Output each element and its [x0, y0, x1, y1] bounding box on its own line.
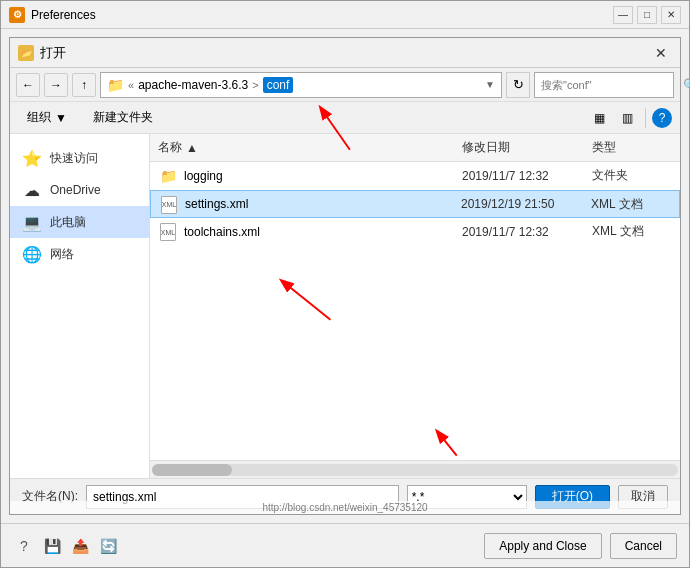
file-row-toolchains-xml[interactable]: XML toolchains.xml 2019/11/7 12:32 XML 文… — [150, 218, 680, 246]
content-area: ⭐ 快速访问 ☁ OneDrive 💻 此电脑 🌐 网络 — [10, 134, 680, 478]
network-icon: 🌐 — [22, 245, 42, 264]
path-part1: apache-maven-3.6.3 — [138, 78, 248, 92]
col-header-type: 类型 — [592, 139, 672, 156]
forward-button[interactable]: → — [44, 73, 68, 97]
preferences-window: ⚙ Preferences — □ ✕ 📂 打开 ✕ ← → ↑ 📁 « apa… — [0, 0, 690, 568]
toolbar: 组织 ▼ 新建文件夹 ▦ ▥ ? — [10, 102, 680, 134]
file-dialog: 📂 打开 ✕ ← → ↑ 📁 « apache-maven-3.6.3 > co… — [9, 37, 681, 515]
dialog-title: 打开 — [40, 44, 650, 62]
network-label: 网络 — [50, 246, 74, 263]
toolbar-separator — [645, 108, 646, 128]
file-row-logging[interactable]: 📁 logging 2019/11/7 12:32 文件夹 — [150, 162, 680, 190]
nav-item-quick-access[interactable]: ⭐ 快速访问 — [10, 142, 149, 174]
cancel-button[interactable]: Cancel — [610, 533, 677, 559]
maximize-button[interactable]: □ — [637, 6, 657, 24]
file-name-toolchains-xml: toolchains.xml — [184, 225, 462, 239]
file-date-settings-xml: 2019/12/19 21:50 — [461, 197, 591, 211]
toolbar-right: ▦ ▥ ? — [587, 106, 672, 130]
search-bar: 🔍 — [534, 72, 674, 98]
address-separator: « — [128, 79, 134, 91]
horizontal-scrollbar-area — [150, 460, 680, 478]
help-icon-button[interactable]: ? — [13, 535, 35, 557]
address-dropdown-button[interactable]: ▼ — [485, 79, 495, 90]
navigation-bar: ← → ↑ 📁 « apache-maven-3.6.3 > conf ▼ ↻ … — [10, 68, 680, 102]
refresh-button[interactable]: ↻ — [506, 72, 530, 98]
search-input[interactable] — [541, 79, 679, 91]
url-watermark: http://blog.csdn.net/weixin_45735120 — [10, 501, 680, 514]
search-icon: 🔍 — [683, 78, 690, 92]
quick-access-icon: ⭐ — [22, 149, 42, 168]
pref-bottom-left: ? 💾 📤 🔄 — [13, 535, 119, 557]
address-bar[interactable]: 📁 « apache-maven-3.6.3 > conf ▼ — [100, 72, 502, 98]
dialog-close-button[interactable]: ✕ — [650, 42, 672, 64]
export-icon-button[interactable]: 📤 — [69, 535, 91, 557]
file-dialog-titlebar: 📂 打开 ✕ — [10, 38, 680, 68]
view-button-1[interactable]: ▦ — [587, 106, 611, 130]
file-type-toolchains-xml: XML 文档 — [592, 223, 672, 240]
help-button[interactable]: ? — [652, 108, 672, 128]
up-button[interactable]: ↑ — [72, 73, 96, 97]
close-button[interactable]: ✕ — [661, 6, 681, 24]
path-part2: conf — [263, 77, 294, 93]
folder-icon: 📁 — [158, 168, 178, 184]
address-folder-icon: 📁 — [107, 77, 124, 93]
preferences-bottom-bar: ? 💾 📤 🔄 Apply and Close Cancel — [1, 523, 689, 567]
horizontal-scrollbar[interactable] — [152, 464, 678, 476]
apply-and-close-button[interactable]: Apply and Close — [484, 533, 601, 559]
back-button[interactable]: ← — [16, 73, 40, 97]
nav-item-this-pc[interactable]: 💻 此电脑 — [10, 206, 149, 238]
file-row-settings-xml[interactable]: XML settings.xml 2019/12/19 21:50 XML 文档 — [150, 190, 680, 218]
preferences-titlebar: ⚙ Preferences — □ ✕ — [1, 1, 689, 29]
file-date-toolchains-xml: 2019/11/7 12:32 — [462, 225, 592, 239]
minimize-button[interactable]: — — [613, 6, 633, 24]
window-controls: — □ ✕ — [613, 6, 681, 24]
col-header-date: 修改日期 — [462, 139, 592, 156]
xml-icon-settings: XML — [159, 194, 179, 214]
scrollbar-thumb — [152, 464, 232, 476]
onedrive-icon: ☁ — [22, 181, 42, 200]
preferences-icon: ⚙ — [9, 7, 25, 23]
preferences-title: Preferences — [31, 8, 613, 22]
save-icon-button[interactable]: 💾 — [41, 535, 63, 557]
right-panel: 名称 ▲ 修改日期 类型 📁 logging 2019/11/7 12:32 — [150, 134, 680, 478]
file-type-logging: 文件夹 — [592, 167, 672, 184]
new-folder-button[interactable]: 新建文件夹 — [84, 106, 162, 130]
col-header-name[interactable]: 名称 ▲ — [158, 139, 462, 156]
organize-button[interactable]: 组织 ▼ — [18, 106, 76, 130]
file-type-settings-xml: XML 文档 — [591, 196, 671, 213]
view-button-2[interactable]: ▥ — [615, 106, 639, 130]
file-name-settings-xml: settings.xml — [185, 197, 461, 211]
this-pc-label: 此电脑 — [50, 214, 86, 231]
file-list-body: 📁 logging 2019/11/7 12:32 文件夹 XML settin… — [150, 162, 680, 460]
dialog-title-icon: 📂 — [18, 45, 34, 61]
this-pc-icon: 💻 — [22, 213, 42, 232]
organize-dropdown-icon: ▼ — [55, 111, 67, 125]
pref-bottom-right: Apply and Close Cancel — [484, 533, 677, 559]
refresh-icon-button[interactable]: 🔄 — [97, 535, 119, 557]
xml-icon-toolchains: XML — [158, 222, 178, 242]
path-separator: > — [252, 79, 258, 91]
file-list-header: 名称 ▲ 修改日期 类型 — [150, 134, 680, 162]
sort-icon: ▲ — [186, 141, 198, 155]
organize-label: 组织 — [27, 109, 51, 126]
new-folder-label: 新建文件夹 — [93, 109, 153, 126]
file-name-logging: logging — [184, 169, 462, 183]
file-date-logging: 2019/11/7 12:32 — [462, 169, 592, 183]
nav-item-network[interactable]: 🌐 网络 — [10, 238, 149, 270]
quick-access-label: 快速访问 — [50, 150, 98, 167]
onedrive-label: OneDrive — [50, 183, 101, 197]
nav-item-onedrive[interactable]: ☁ OneDrive — [10, 174, 149, 206]
left-panel: ⭐ 快速访问 ☁ OneDrive 💻 此电脑 🌐 网络 — [10, 134, 150, 478]
